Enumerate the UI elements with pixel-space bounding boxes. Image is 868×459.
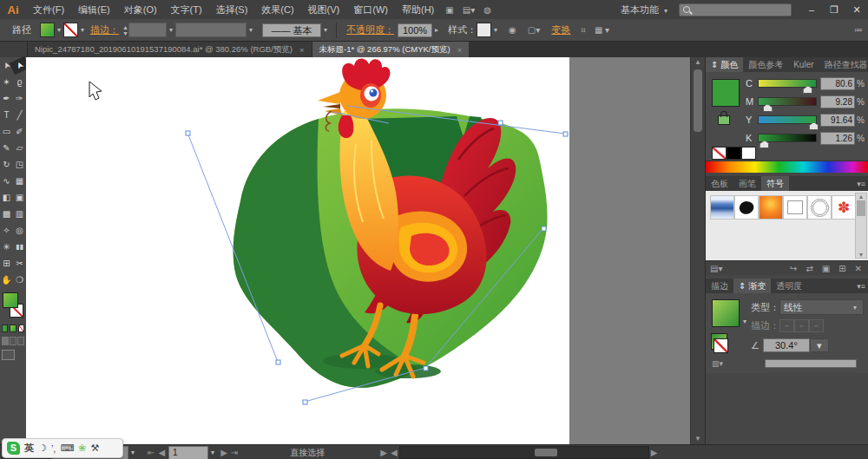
opacity-link[interactable]: 不透明度： [346,23,394,36]
tab-brushes[interactable]: 画笔 [733,176,761,191]
gradient-swatch[interactable] [712,299,740,327]
tab-symbols[interactable]: 符号 [761,176,789,191]
new-symbol-icon[interactable]: ⊞ [838,264,845,273]
variable-width-dropdown[interactable] [175,23,247,37]
tab-stroke-panel[interactable]: 描边 [706,279,733,293]
white-swatch[interactable] [741,147,756,160]
close-tab-1-icon[interactable]: × [299,45,305,55]
close-button[interactable]: ✕ [845,4,868,16]
vertical-scrollbar[interactable]: ▲ ▼ [690,57,705,444]
mesh-tool[interactable]: ▩ [0,206,13,222]
draw-normal-button[interactable] [2,337,9,345]
channel-k-slider[interactable] [758,134,817,142]
fill-proxy[interactable] [3,292,18,308]
channel-k-value[interactable]: 1.26 [820,132,855,145]
line-segment-tool[interactable]: ╱ [13,107,26,123]
ime-toolbar[interactable]: S 英 ☽ ’, ⌨ ❀ ⚒ [2,438,123,458]
symbol-twirl[interactable] [807,195,832,220]
draw-inside-button[interactable] [17,337,24,345]
hscroll-left-icon[interactable]: ◀ [391,448,398,457]
type-tool[interactable]: T [0,107,13,123]
stroke-color-chip[interactable] [63,23,78,37]
menu-view[interactable]: 视图(V) [301,3,347,16]
live-paint-tool[interactable]: ▣ [13,189,26,206]
magic-wand-tool[interactable]: ✶ [0,74,13,90]
rotate-tool[interactable]: ↻ [0,156,13,173]
style-chip[interactable] [477,23,491,37]
artboard-dropdown-icon[interactable]: ▾ [211,449,214,456]
shape-builder-tool[interactable]: ◧ [0,189,13,206]
artboard-number-box[interactable]: 1 [168,446,208,459]
menu-window[interactable]: 窗口(W) [346,3,395,16]
scroll-down-icon[interactable]: ▼ [691,434,705,444]
gradient-tool[interactable]: ▥ [13,206,26,222]
menu-file[interactable]: 文件(F) [26,3,71,16]
brush-definition-dropdown[interactable]: ―― 基本 [262,23,321,37]
channel-c-slider[interactable] [758,79,817,88]
scroll-up-icon[interactable]: ▲ [691,57,705,68]
gradient-slider[interactable] [765,359,857,368]
channel-y-value[interactable]: 91.64 [820,114,855,127]
channel-m-value[interactable]: 9.28 [820,95,855,108]
hand-tool[interactable]: ✋ [0,272,13,288]
next-artboard-icon[interactable]: ▶ [220,448,227,457]
lasso-tool[interactable]: ϱ [13,74,26,90]
menu-type[interactable]: 文字(T) [164,3,209,16]
none-mode-button[interactable] [18,325,24,332]
width-tool[interactable]: ∿ [0,173,13,189]
menu-select[interactable]: 选择(S) [209,3,255,16]
channel-c-value[interactable]: 80.6 [820,77,855,90]
lock-icon[interactable] [718,115,730,125]
eyedropper-tool[interactable]: ✧ [0,222,13,239]
gradient-type-dropdown[interactable]: 线性▾ [779,299,864,315]
zoom-dropdown-icon[interactable]: ▾ [131,449,135,456]
fill-stroke-control[interactable] [0,291,26,322]
screen-mode-button[interactable] [2,350,15,360]
menu-help[interactable]: 帮助(H) [395,3,441,16]
blend-tool[interactable]: ◎ [13,222,26,239]
opacity-arrow-icon[interactable]: ▸ [435,26,438,34]
gradient-annotator-icon[interactable]: ▥▾ [712,359,723,368]
ime-moon-icon[interactable]: ☽ [38,443,47,454]
fill-dropdown-icon[interactable]: ▾ [57,26,61,34]
minimize-button[interactable]: – [800,4,823,15]
pen-tool[interactable]: ✒ [0,90,13,107]
symbols-panel-menu-icon[interactable]: ▾≡ [857,180,865,188]
tab-pathfinder[interactable]: 路径查找器 [819,57,868,72]
workspace-switcher[interactable]: 基本功能 ▾ [621,3,670,16]
delete-symbol-icon[interactable]: ✕ [855,264,862,273]
ime-skin-icon[interactable]: ❀ [78,443,86,454]
symbol-options-icon[interactable]: ▣ [822,264,830,273]
canvas-area[interactable] [26,57,690,444]
rectangle-tool[interactable]: ▭ [0,123,13,140]
ime-keyboard-icon[interactable]: ⌨ [60,443,74,454]
paintbrush-tool[interactable]: ✐ [13,123,26,140]
restore-button[interactable]: ❐ [823,4,845,16]
gradient-mode-button[interactable] [10,325,16,332]
document-tab-2[interactable]: 未标题-1* @ 266.97% (CMYK/预览) × [312,42,470,57]
gradient-stroke-proxy[interactable] [713,338,728,353]
perspective-grid-tool[interactable]: ▦ [13,173,26,189]
symbol-sprayer-tool[interactable]: ✳ [0,239,13,255]
prev-artboard-icon[interactable]: ◀ [158,448,165,457]
place-symbol-icon[interactable]: ↪ [790,264,797,273]
symbol-orange-orb[interactable] [759,195,783,220]
gradient-angle-box[interactable]: 30.4° [763,338,810,352]
ime-language-toggle[interactable]: 英 [24,442,34,455]
symbol-ink-splat[interactable] [734,195,759,220]
stroke-weight-box[interactable] [128,23,167,37]
close-tab-2-icon[interactable]: × [457,45,463,55]
menu-edit[interactable]: 编辑(E) [71,3,117,16]
zoom-tool[interactable]: ❍ [13,272,26,288]
last-artboard-icon[interactable]: ⇥ [231,448,238,457]
hscroll-thumb[interactable] [535,449,557,456]
vscroll-thumb[interactable] [694,69,702,132]
break-link-icon[interactable]: ⇄ [806,264,812,273]
color-mode-button[interactable] [2,325,8,332]
angle-dropdown-icon[interactable]: ▾ [810,338,829,352]
document-setup-icon[interactable]: ◉ [509,25,516,35]
none-swatch[interactable] [712,147,727,160]
tab-kuler[interactable]: Kuler [788,57,819,72]
transform-link[interactable]: 变换 [551,23,570,36]
tab-color-guide[interactable]: 颜色参考 [743,57,788,72]
